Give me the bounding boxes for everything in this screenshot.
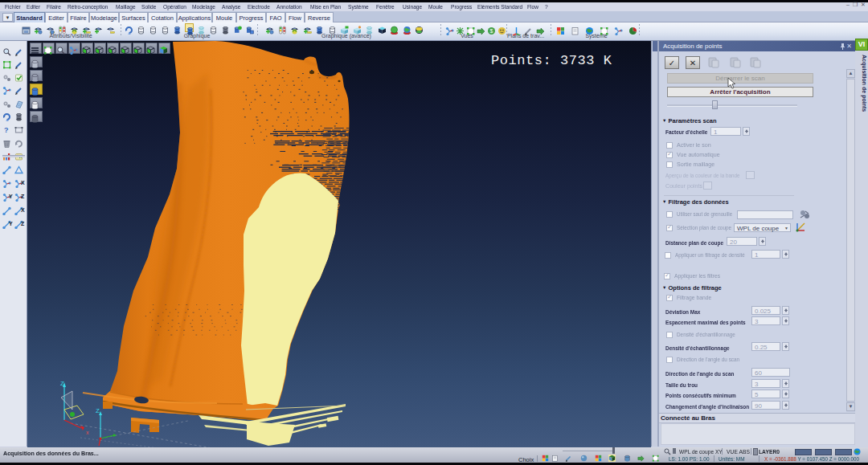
svg-text:$: $ bbox=[490, 28, 493, 34]
svg-text:x: x bbox=[86, 430, 89, 435]
svg-text:?: ? bbox=[4, 126, 9, 134]
svg-text:Z: Z bbox=[96, 407, 100, 414]
svg-text:Z: Z bbox=[60, 380, 64, 387]
